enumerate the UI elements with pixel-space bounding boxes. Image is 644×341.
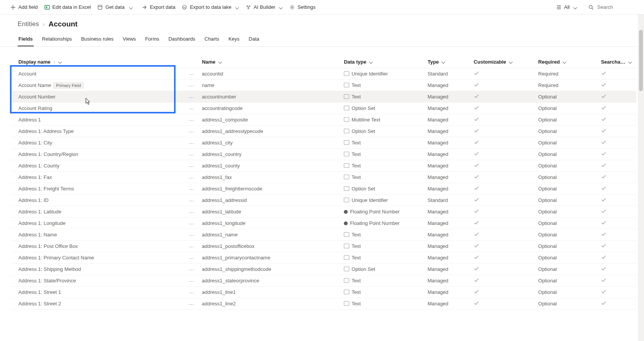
cell-display-name[interactable]: Address 1: Street 2··· <box>11 298 198 310</box>
table-row[interactable]: Address 1: Address Type···address1_addre… <box>11 126 636 137</box>
cell-display-name[interactable]: Address 1: County··· <box>11 160 198 172</box>
row-more-button[interactable]: ··· <box>189 301 194 307</box>
table-row[interactable]: Address 1: ID···address1_addressidUnique… <box>11 195 636 206</box>
row-more-button[interactable]: ··· <box>189 151 194 157</box>
cell-display-name[interactable]: Address 1··· <box>11 114 198 126</box>
row-more-button[interactable]: ··· <box>189 232 194 238</box>
col-data-type[interactable]: Data type <box>340 56 424 68</box>
table-row[interactable]: Address 1: City···address1_cityTextManag… <box>11 137 636 149</box>
get-data-chevron[interactable] <box>128 1 135 13</box>
row-more-button[interactable]: ··· <box>189 82 194 88</box>
row-more-button[interactable]: ··· <box>189 278 194 284</box>
cell-display-name[interactable]: Address 1: Street 1··· <box>11 287 198 298</box>
row-more-button[interactable]: ··· <box>189 243 194 249</box>
cell-required: Optional <box>534 183 597 195</box>
tab-dashboards[interactable]: Dashboards <box>168 34 196 46</box>
table-row[interactable]: Address 1: County···address1_countyTextM… <box>11 160 636 172</box>
table-row[interactable]: Address 1: Name···address1_nameTextManag… <box>11 229 636 241</box>
search-input[interactable] <box>596 4 635 10</box>
cell-display-name[interactable]: Address 1: Post Office Box··· <box>11 241 198 252</box>
tab-fields[interactable]: Fields <box>18 34 34 46</box>
scrollbar-thumb[interactable] <box>639 30 643 91</box>
data-type-label: Text <box>352 82 361 88</box>
row-more-button[interactable]: ··· <box>189 117 194 123</box>
tab-forms[interactable]: Forms <box>145 34 160 46</box>
table-row[interactable]: Address 1: Country/Region···address1_cou… <box>11 149 636 160</box>
tab-relationships[interactable]: Relationships <box>41 34 73 46</box>
data-type-label: Text <box>352 255 361 261</box>
search-box[interactable] <box>586 4 637 10</box>
col-required[interactable]: Required <box>534 56 597 68</box>
row-more-button[interactable]: ··· <box>189 163 194 169</box>
settings-button[interactable]: Settings <box>286 1 319 13</box>
row-more-button[interactable]: ··· <box>189 266 194 272</box>
cell-display-name[interactable]: Address 1: City··· <box>11 137 198 149</box>
cell-name: address1_line2 <box>198 298 340 310</box>
table-row[interactable]: Address 1: Longitude···address1_longitud… <box>11 218 636 229</box>
row-more-button[interactable]: ··· <box>189 186 194 192</box>
cell-display-name[interactable]: Account NamePrimary Field··· <box>11 80 198 91</box>
row-more-button[interactable]: ··· <box>189 128 194 134</box>
cell-display-name[interactable]: Address 1: Name··· <box>11 229 198 241</box>
tab-business_rules[interactable]: Business rules <box>80 34 115 46</box>
cell-display-name[interactable]: Address 1: Country/Region··· <box>11 149 198 160</box>
row-more-button[interactable]: ··· <box>189 220 194 226</box>
row-more-button[interactable]: ··· <box>189 209 194 215</box>
col-customizable[interactable]: Customizable <box>470 56 534 68</box>
get-data-button[interactable]: Get data <box>94 1 128 13</box>
row-more-button[interactable]: ··· <box>189 255 194 261</box>
table-row[interactable]: Account NamePrimary Field···nameTextMana… <box>11 80 636 91</box>
table-row[interactable]: Account Rating···accountratingcodeOption… <box>11 103 636 114</box>
ai-builder-button[interactable]: AI Builder <box>242 1 286 13</box>
row-more-button[interactable]: ··· <box>189 174 194 180</box>
table-row[interactable]: Address 1: Freight Terms···address1_frei… <box>11 183 636 195</box>
cell-display-name[interactable]: Account··· <box>11 68 198 80</box>
table-row[interactable]: Account Number···accountnumberTextManage… <box>11 91 636 103</box>
tab-views[interactable]: Views <box>122 34 136 46</box>
row-more-button[interactable]: ··· <box>189 71 194 77</box>
cell-display-name[interactable]: Address 1: Longitude··· <box>11 218 198 229</box>
row-more-button[interactable]: ··· <box>189 140 194 146</box>
tab-charts[interactable]: Charts <box>204 34 220 46</box>
row-more-button[interactable]: ··· <box>189 197 194 203</box>
cell-display-name[interactable]: Address 1: Shipping Method··· <box>11 264 198 275</box>
cell-display-name[interactable]: Account Rating··· <box>11 103 198 114</box>
table-row[interactable]: Address 1: Street 2···address1_line2Text… <box>11 298 636 310</box>
breadcrumb-parent[interactable]: Entities <box>18 20 39 28</box>
vertical-scrollbar[interactable] <box>638 15 644 330</box>
export-lake-button[interactable]: Export to data lake <box>178 1 242 13</box>
cell-display-name[interactable]: Account Number··· <box>11 91 198 103</box>
table-row[interactable]: Address 1: Street 1···address1_line1Text… <box>11 287 636 298</box>
row-more-button[interactable]: ··· <box>189 289 194 295</box>
cell-display-name[interactable]: Address 1: Latitude··· <box>11 206 198 218</box>
edit-excel-button[interactable]: Edit data in Excel <box>41 1 94 13</box>
row-more-button[interactable]: ··· <box>189 94 194 100</box>
table-row[interactable]: Address 1: State/Province···address1_sta… <box>11 275 636 287</box>
export-data-button[interactable]: Export data <box>138 1 179 13</box>
cell-display-name[interactable]: Address 1: ID··· <box>11 195 198 206</box>
table-row[interactable]: Address 1: Post Office Box···address1_po… <box>11 241 636 252</box>
cell-display-name[interactable]: Address 1: Primary Contact Name··· <box>11 252 198 264</box>
col-type[interactable]: Type <box>424 56 470 68</box>
tab-data[interactable]: Data <box>248 34 260 46</box>
view-filter-button[interactable]: All <box>553 1 580 13</box>
cell-display-name[interactable]: Address 1: Fax··· <box>11 172 198 183</box>
ai-icon <box>245 4 251 10</box>
cell-display-name[interactable]: Address 1: Freight Terms··· <box>11 183 198 195</box>
col-searchable[interactable]: Searcha… <box>597 56 636 68</box>
tab-keys[interactable]: Keys <box>228 34 240 46</box>
table-row[interactable]: Address 1: Shipping Method···address1_sh… <box>11 264 636 275</box>
table-row[interactable]: Address 1: Primary Contact Name···addres… <box>11 252 636 264</box>
table-row[interactable]: Address 1···address1_compositeMultiline … <box>11 114 636 126</box>
table-row[interactable]: Address 1: Fax···address1_faxTextManaged… <box>11 172 636 183</box>
row-more-button[interactable]: ··· <box>189 105 194 111</box>
row-display-name: Address 1: Freight Terms <box>18 186 74 192</box>
add-field-button[interactable]: Add field <box>7 1 41 13</box>
data-type-label: Text <box>352 174 361 180</box>
col-name[interactable]: Name <box>198 56 340 68</box>
col-display-name[interactable]: Display name ↑ <box>11 56 198 68</box>
cell-display-name[interactable]: Address 1: State/Province··· <box>11 275 198 287</box>
table-row[interactable]: Address 1: Latitude···address1_latitudeF… <box>11 206 636 218</box>
cell-display-name[interactable]: Address 1: Address Type··· <box>11 126 198 137</box>
table-row[interactable]: Account···accountidUnique IdentifierStan… <box>11 68 636 80</box>
